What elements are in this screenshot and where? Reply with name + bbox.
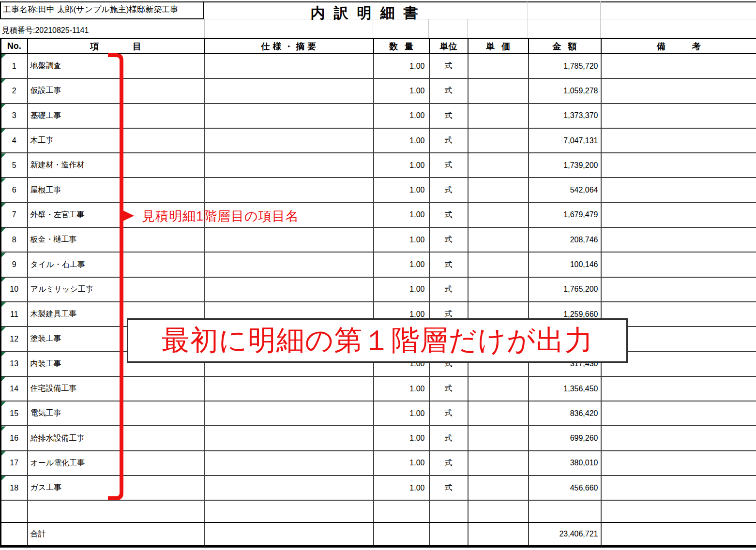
- table-row: 3基礎工事1.00式1,373,370: [1, 104, 756, 128]
- green-triangle-icon: [1, 203, 6, 208]
- cell-spec: [204, 522, 374, 547]
- cell-amount: 100,146: [529, 252, 601, 277]
- green-triangle-icon: [1, 79, 6, 83]
- cell-item: タイル・石工事: [28, 252, 204, 277]
- cell-item: オール電化工事: [28, 451, 204, 476]
- cell-qty: [374, 522, 429, 547]
- cell-no: 11: [1, 302, 28, 327]
- cell-no: 3: [1, 104, 28, 128]
- cell-unit: 式: [429, 153, 468, 178]
- cell-qty: 1.00: [374, 153, 429, 178]
- cell-item: 屋根工事: [28, 178, 204, 202]
- cell-spec: [204, 426, 374, 450]
- green-triangle-icon: [1, 104, 6, 108]
- table-row: 7外壁・左官工事1.00式1,679,479: [1, 203, 756, 227]
- green-triangle-icon: [1, 253, 6, 257]
- cell-item: 仮設工事: [28, 78, 204, 103]
- cell-spec: [204, 227, 374, 252]
- cell-no: 7: [1, 203, 28, 227]
- cell-qty: 1.00: [374, 203, 429, 227]
- cell-note: [601, 178, 756, 202]
- table-row: 6屋根工事1.00式542,064: [1, 178, 756, 202]
- cell-unit-price: [468, 476, 529, 500]
- cell-qty: 1.00: [374, 451, 429, 476]
- cell-note: [601, 203, 756, 227]
- cell-amount: 542,064: [529, 178, 601, 202]
- cell-note: [601, 277, 756, 302]
- cell-spec: [204, 54, 374, 78]
- green-triangle-icon: [1, 476, 6, 480]
- green-triangle-icon: [1, 302, 6, 307]
- cell-no: [1, 500, 28, 522]
- green-triangle-icon: [1, 153, 6, 158]
- bracket-annotation-label: 見積明細1階層目の項目名: [142, 208, 299, 225]
- cell-unit-price: [468, 227, 529, 252]
- cell-unit: 式: [429, 426, 468, 450]
- table-row: 14住宅設備工事1.00式1,356,450: [1, 376, 756, 401]
- cell-amount: 7,047,131: [529, 128, 601, 153]
- cell-unit: 式: [429, 401, 468, 426]
- cell-amount: 836,420: [529, 401, 601, 426]
- cell-unit: 式: [429, 54, 468, 78]
- cell-item: 地盤調査: [28, 54, 204, 78]
- cell-amount: 1,679,479: [529, 203, 601, 227]
- cell-no: 4: [1, 128, 28, 153]
- cell-qty: 1.00: [374, 178, 429, 202]
- cell-unit: 式: [429, 78, 468, 103]
- cell-qty: 1.00: [374, 277, 429, 302]
- cell-item: 木工事: [28, 128, 204, 153]
- cell-unit: 式: [429, 476, 468, 500]
- cell-qty: 1.00: [374, 401, 429, 426]
- cell-item: 板金・樋工事: [28, 227, 204, 252]
- cell-unit-price: [468, 54, 529, 78]
- cell-amount: 1,373,370: [529, 104, 601, 128]
- table-row: 18ガス工事1.00式456,660: [1, 476, 756, 500]
- cell-note: [601, 426, 756, 450]
- green-triangle-icon: [1, 352, 6, 357]
- cell-unit-price: [468, 376, 529, 401]
- cell-no: 10: [1, 277, 28, 302]
- callout-box: 最初に明細の第１階層だけが出力: [127, 318, 628, 363]
- cell-no: 14: [1, 376, 28, 401]
- cell-qty: 1.00: [374, 104, 429, 128]
- cell-note: [601, 153, 756, 178]
- table-row: 8板金・樋工事1.00式208,746: [1, 227, 756, 252]
- cell-spec: [204, 78, 374, 103]
- cell-unit-price: [468, 153, 529, 178]
- green-triangle-icon: [1, 129, 6, 133]
- cell-unit-price: [468, 451, 529, 476]
- cell-unit: 式: [429, 451, 468, 476]
- cell-amount: 208,746: [529, 227, 601, 252]
- cell-unit-price: [468, 203, 529, 227]
- cell-amount: 380,010: [529, 451, 601, 476]
- column-header-no: No.: [1, 39, 28, 54]
- cell-qty: 1.00: [374, 128, 429, 153]
- cell-item: 電気工事: [28, 401, 204, 426]
- cell-note: [601, 227, 756, 252]
- cell-no: 15: [1, 401, 28, 426]
- table-row: 16給排水設備工事1.00式699,260: [1, 426, 756, 450]
- cell-unit-price: [468, 128, 529, 153]
- cell-note: [601, 78, 756, 103]
- cell-amount: 1,356,450: [529, 376, 601, 401]
- table-row: 4木工事1.00式7,047,131: [1, 128, 756, 153]
- cell-unit: 式: [429, 227, 468, 252]
- cell-amount: 699,260: [529, 426, 601, 450]
- cell-qty: 1.00: [374, 227, 429, 252]
- cell-spec: [204, 476, 374, 500]
- column-header-amount: 金額: [529, 39, 601, 54]
- cell-qty: 1.00: [374, 54, 429, 78]
- cell-no: [1, 522, 28, 547]
- cell-spec: [204, 104, 374, 128]
- total-amount: 23,406,721: [529, 522, 601, 547]
- cell-unit: 式: [429, 178, 468, 202]
- green-triangle-icon: [1, 278, 6, 282]
- cell-item: 給排水設備工事: [28, 426, 204, 450]
- cell-no: 13: [1, 352, 28, 376]
- cell-item: アルミサッシ工事: [28, 277, 204, 302]
- cell-qty: 1.00: [374, 78, 429, 103]
- column-header-unit-price: 単価: [468, 39, 529, 54]
- cell-no: 6: [1, 178, 28, 202]
- cell-unit: 式: [429, 252, 468, 277]
- cell-unit-price: [468, 522, 529, 547]
